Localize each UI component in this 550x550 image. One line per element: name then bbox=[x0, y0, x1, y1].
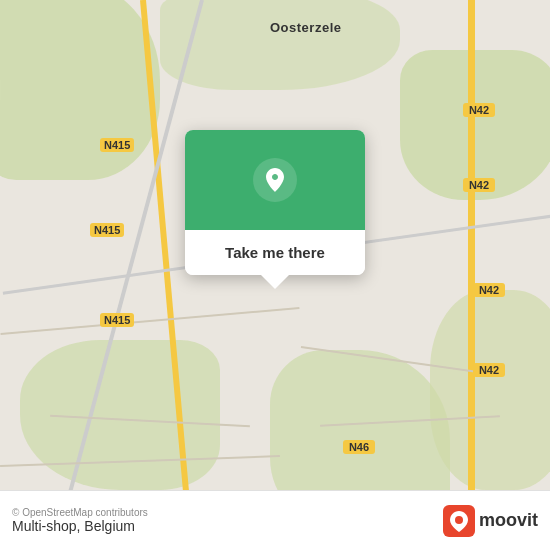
moovit-text: moovit bbox=[479, 510, 538, 531]
osm-attribution: © OpenStreetMap contributors bbox=[12, 507, 443, 518]
svg-point-2 bbox=[455, 516, 463, 524]
road-badge-n42-1: N42 bbox=[463, 100, 495, 118]
road-label: N415 bbox=[100, 313, 134, 327]
road-badge-n42-3: N42 bbox=[473, 280, 505, 298]
terrain-area bbox=[0, 0, 160, 180]
road-badge-n46: N46 bbox=[343, 437, 375, 455]
moovit-icon bbox=[443, 505, 475, 537]
road-badge-n42-4: N42 bbox=[473, 360, 505, 378]
map-container: Oosterzele N415 N415 N415 N42 N42 N42 N4… bbox=[0, 0, 550, 550]
take-me-there-button[interactable]: Take me there bbox=[185, 230, 365, 275]
road-label: N415 bbox=[90, 223, 124, 237]
bottom-bar: © OpenStreetMap contributors Multi-shop,… bbox=[0, 490, 550, 550]
road-badge-n415-2: N415 bbox=[90, 220, 124, 238]
road-label: N42 bbox=[463, 103, 495, 117]
location-name: Multi-shop, Belgium bbox=[12, 518, 443, 534]
road-label: N42 bbox=[473, 363, 505, 377]
town-label: Oosterzele bbox=[270, 20, 341, 35]
popup-card: Take me there bbox=[185, 130, 365, 275]
road-label: N42 bbox=[463, 178, 495, 192]
popup-header bbox=[185, 130, 365, 230]
road-badge-n415-1: N415 bbox=[100, 135, 134, 153]
road-n42 bbox=[468, 0, 475, 550]
road-label: N42 bbox=[473, 283, 505, 297]
road-label: N46 bbox=[343, 440, 375, 454]
terrain-area bbox=[430, 290, 550, 490]
moovit-logo: moovit bbox=[443, 505, 538, 537]
road-badge-n42-2: N42 bbox=[463, 175, 495, 193]
location-pin-icon bbox=[253, 158, 297, 202]
road-badge-n415-3: N415 bbox=[100, 310, 134, 328]
road-label: N415 bbox=[100, 138, 134, 152]
